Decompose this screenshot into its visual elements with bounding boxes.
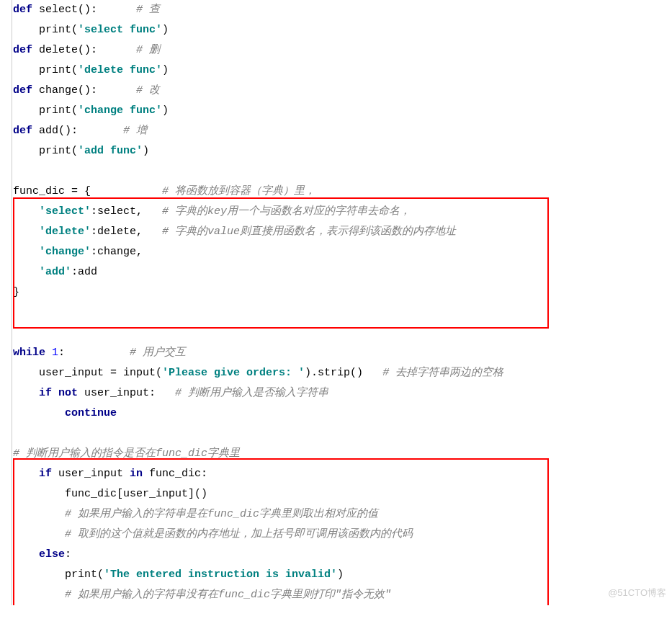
keyword-def: def <box>13 84 32 97</box>
comment: # 查 <box>136 4 160 16</box>
keyword-else: else <box>39 548 65 561</box>
comment: # 将函数放到容器（字典）里， <box>162 185 315 197</box>
code-text: } <box>13 286 19 298</box>
string: 'Please give orders: ' <box>162 367 305 379</box>
string: 'change func' <box>78 104 162 117</box>
keyword-def: def <box>13 44 32 56</box>
code-text <box>13 508 65 520</box>
keyword-not: not <box>58 387 78 399</box>
code-text: user_input <box>52 468 130 480</box>
comment: # 如果用户输入的字符串没有在func_dic字典里则打印"指令无效" <box>65 589 391 601</box>
code-text: : <box>65 548 71 561</box>
comment: # 用户交互 <box>130 347 186 359</box>
string: 'select func' <box>78 24 162 36</box>
code-text: ) <box>337 569 344 581</box>
number: 1 <box>52 347 58 359</box>
code-content: def select(): # 查 print('select func') d… <box>0 0 672 605</box>
string: 'delete func' <box>78 64 162 76</box>
comment: # 判断用户输入是否输入字符串 <box>175 387 328 399</box>
comment: # 改 <box>136 84 160 97</box>
code-text: ) <box>143 145 149 157</box>
blank-line <box>13 427 19 440</box>
fn-name: select(): <box>32 4 136 16</box>
code-text <box>13 407 65 419</box>
code-text <box>13 266 39 278</box>
code-text: func_dic: <box>143 468 207 480</box>
code-text: print( <box>13 64 78 76</box>
code-text: :delete, <box>91 226 162 238</box>
code-text: func_dic = { <box>13 185 162 197</box>
code-text <box>13 528 65 540</box>
comment: # 判断用户输入的指令是否在func_dic字典里 <box>13 447 240 460</box>
dict-key: 'select' <box>39 205 91 218</box>
keyword-while: while <box>13 347 45 359</box>
code-text: :select, <box>91 205 162 218</box>
blank-line <box>13 306 19 318</box>
code-text: ).strip() <box>305 367 382 379</box>
code-text: ) <box>162 64 169 76</box>
fn-name: add(): <box>32 125 123 137</box>
code-text: user_input: <box>78 387 175 399</box>
code-text: :change, <box>91 246 143 258</box>
comment: # 如果用户输入的字符串是在func_dic字典里则取出相对应的值 <box>65 508 378 520</box>
code-text <box>52 387 58 399</box>
code-text: print( <box>13 569 104 581</box>
code-text <box>13 468 39 480</box>
code-text: print( <box>13 24 78 36</box>
keyword-continue: continue <box>65 407 117 419</box>
string: 'add func' <box>78 145 143 157</box>
code-text: ) <box>162 104 169 117</box>
comment: # 去掉字符串两边的空格 <box>382 367 503 379</box>
code-text <box>13 548 39 561</box>
code-text: user_input = input( <box>13 367 162 379</box>
code-text <box>13 246 39 258</box>
dict-key: 'delete' <box>39 226 91 238</box>
dict-key: 'change' <box>39 246 91 258</box>
dict-key: 'add' <box>39 266 71 278</box>
code-text: print( <box>13 145 78 157</box>
blank-line <box>13 326 19 339</box>
code-text <box>13 589 65 601</box>
code-text: func_dic[user_input]() <box>13 488 207 500</box>
blank-line <box>13 165 19 177</box>
string: 'The entered instruction is invalid' <box>104 569 337 581</box>
code-text: print( <box>13 104 78 117</box>
comment: # 字典的key用一个与函数名对应的字符串去命名， <box>162 205 411 218</box>
code-text <box>13 387 39 399</box>
keyword-def: def <box>13 4 32 16</box>
code-editor: def select(): # 查 print('select func') d… <box>0 0 672 605</box>
code-text: : <box>58 347 130 359</box>
code-text <box>45 347 52 359</box>
fn-name: delete(): <box>32 44 136 56</box>
keyword-def: def <box>13 125 32 137</box>
keyword-in: in <box>130 468 143 480</box>
keyword-if: if <box>39 468 52 480</box>
code-text <box>13 205 39 218</box>
comment: # 字典的value则直接用函数名，表示得到该函数的内存地址 <box>162 226 456 238</box>
comment: # 取到的这个值就是函数的内存地址，加上括号即可调用该函数内的代码 <box>65 528 413 540</box>
fn-name: change(): <box>32 84 136 97</box>
watermark: @51CTO博客 <box>608 587 666 599</box>
comment: # 删 <box>136 44 160 56</box>
code-text <box>13 226 39 238</box>
gutter <box>0 0 12 605</box>
code-text: ) <box>162 24 169 36</box>
comment: # 增 <box>123 125 147 137</box>
code-text: :add <box>71 266 97 278</box>
keyword-if: if <box>39 387 52 399</box>
